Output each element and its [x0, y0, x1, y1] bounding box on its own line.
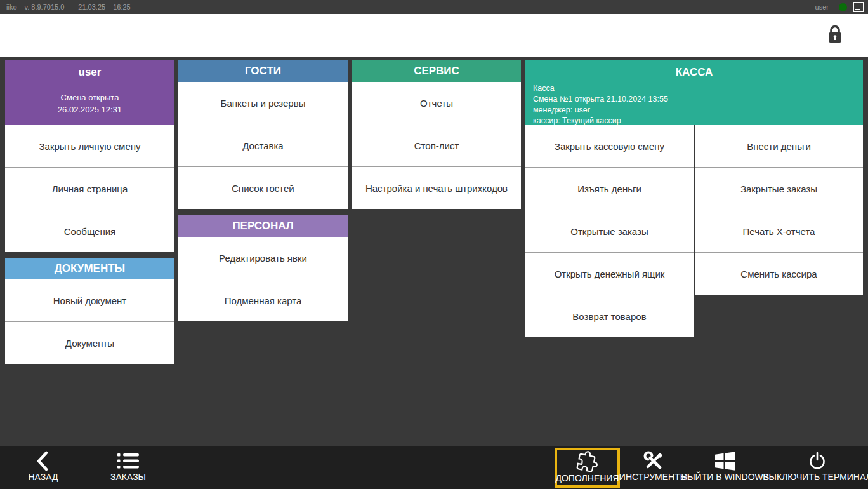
- print-x-report-button[interactable]: Печать X-отчета: [695, 210, 863, 253]
- open-orders-button[interactable]: Открытые заказы: [525, 210, 694, 253]
- edit-attendance-button[interactable]: Редактировать явки: [178, 237, 348, 279]
- cash-panel-header: КАССА Касса Смена №1 открыта 21.10.2024 …: [525, 60, 863, 125]
- back-button-label: НАЗАД: [28, 472, 58, 486]
- onscreen-keyboard-icon[interactable]: [853, 2, 864, 12]
- service-panel-title: СЕРВИС: [414, 65, 459, 77]
- exit-to-windows-button[interactable]: ВЫЙТИ В WINDOWS: [687, 450, 763, 486]
- cash-register-name: Касса: [533, 83, 863, 94]
- new-document-button[interactable]: Новый документ: [5, 279, 174, 322]
- open-cash-drawer-button[interactable]: Открыть денежный ящик: [525, 253, 694, 295]
- personnel-panel-header: ПЕРСОНАЛ: [178, 215, 348, 237]
- reports-button[interactable]: Отчеты: [352, 82, 521, 124]
- service-panel-header: СЕРВИС: [352, 60, 521, 82]
- stop-list-button[interactable]: Стоп-лист: [352, 124, 521, 167]
- documents-panel-header: ДОКУМЕНТЫ: [5, 258, 174, 279]
- documents-panel-title: ДОКУМЕНТЫ: [55, 262, 126, 275]
- tools-button-label: ИНСТРУМЕНТЫ: [619, 472, 688, 486]
- windows-logo-icon: [715, 450, 735, 472]
- close-personal-shift-button[interactable]: Закрыть личную смену: [5, 125, 174, 168]
- messages-button[interactable]: Сообщения: [5, 210, 174, 252]
- addons-button-label: ДОПОЛНЕНИЯ: [555, 473, 619, 485]
- guests-panel: ГОСТИ Банкеты и резервы Доставка Список …: [178, 60, 348, 209]
- back-button[interactable]: НАЗАД: [11, 450, 75, 486]
- exit-to-windows-label: ВЫЙТИ В WINDOWS: [681, 472, 769, 486]
- replacement-card-button[interactable]: Подменная карта: [178, 279, 348, 321]
- power-icon: [807, 450, 827, 472]
- shutdown-terminal-button[interactable]: ВЫКЛЮЧИТЬ ТЕРМИНАЛ: [766, 450, 868, 486]
- delivery-button[interactable]: Доставка: [178, 124, 348, 167]
- barcode-setup-print-button[interactable]: Настройка и печать штрихкодов: [352, 167, 521, 209]
- app-version: v. 8.9.7015.0: [25, 3, 65, 11]
- pos-main-menu-screen: iiko v. 8.9.7015.0 21.03.25 16:25 user u…: [0, 0, 868, 489]
- personal-page-button[interactable]: Личная страница: [5, 168, 174, 210]
- withdraw-money-button[interactable]: Изъять деньги: [525, 168, 694, 210]
- lock-icon[interactable]: [826, 24, 844, 46]
- status-time: 16:25: [113, 3, 131, 11]
- personnel-panel: ПЕРСОНАЛ Редактировать явки Подменная ка…: [178, 215, 348, 321]
- cash-panel: КАССА Касса Смена №1 открыта 21.10.2024 …: [525, 60, 863, 337]
- guests-panel-title: ГОСТИ: [245, 65, 281, 77]
- documents-button[interactable]: Документы: [5, 322, 174, 364]
- user-panel-header[interactable]: user Смена открыта 26.02.2025 12:31: [5, 60, 174, 125]
- guests-panel-header: ГОСТИ: [178, 60, 348, 82]
- chevron-left-icon: [34, 450, 52, 472]
- app-name: iiko: [6, 3, 17, 11]
- return-goods-button[interactable]: Возврат товаров: [525, 295, 694, 337]
- guest-list-button[interactable]: Список гостей: [178, 167, 348, 209]
- documents-panel: ДОКУМЕНТЫ Новый документ Документы: [5, 258, 174, 364]
- bullet-list-icon: [117, 450, 140, 472]
- addons-button[interactable]: ДОПОЛНЕНИЯ: [555, 448, 620, 488]
- connection-status-icon: [839, 3, 847, 11]
- user-panel-title: user: [79, 66, 102, 79]
- puzzle-piece-icon: [577, 450, 598, 473]
- cash-shift-status: Смена №1 открыта 21.10.2024 13:55: [533, 94, 863, 105]
- cash-panel-title: КАССА: [676, 66, 713, 79]
- banquets-reserves-button[interactable]: Банкеты и резервы: [178, 82, 348, 124]
- personnel-panel-title: ПЕРСОНАЛ: [232, 220, 293, 232]
- user-panel: user Смена открыта 26.02.2025 12:31 Закр…: [5, 60, 174, 252]
- personal-shift-status: Смена открыта: [58, 91, 122, 104]
- orders-button[interactable]: ЗАКАЗЫ: [96, 450, 160, 486]
- personal-shift-datetime: 26.02.2025 12:31: [58, 104, 122, 116]
- header-band: [0, 14, 868, 57]
- orders-button-label: ЗАКАЗЫ: [110, 472, 146, 486]
- logged-user-name: user: [815, 3, 829, 11]
- shutdown-terminal-label: ВЫКЛЮЧИТЬ ТЕРМИНАЛ: [763, 472, 868, 486]
- service-panel: СЕРВИС Отчеты Стоп-лист Настройка и печа…: [352, 60, 521, 209]
- closed-orders-button[interactable]: Закрытые заказы: [695, 168, 863, 210]
- tools-button[interactable]: ИНСТРУМЕНТЫ: [619, 450, 688, 486]
- bottom-nav-bar: НАЗАД ЗАКАЗЫ ДОПОЛНЕНИЯ: [0, 446, 868, 489]
- top-status-bar: iiko v. 8.9.7015.0 21.03.25 16:25 user: [0, 0, 868, 14]
- status-date: 21.03.25: [78, 3, 105, 11]
- cash-manager: менеджер: user: [533, 105, 863, 116]
- deposit-money-button[interactable]: Внести деньги: [695, 125, 863, 168]
- change-cashier-button[interactable]: Сменить кассира: [695, 253, 863, 295]
- crossed-tools-icon: [643, 450, 664, 472]
- close-cash-shift-button[interactable]: Закрыть кассовую смену: [525, 125, 694, 168]
